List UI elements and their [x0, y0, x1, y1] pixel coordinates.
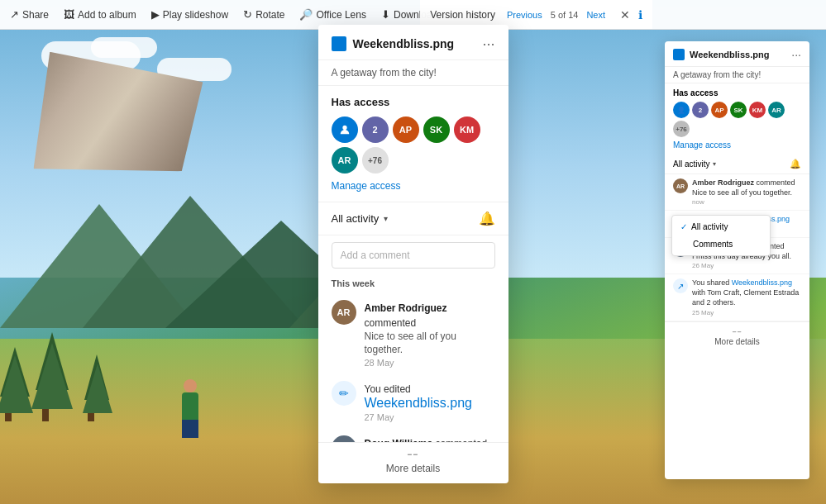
rp-activity-time-3: 26 May — [692, 262, 801, 269]
mp-more-details[interactable]: More details — [386, 463, 440, 474]
rp-activity-time-4: 25 May — [692, 309, 801, 316]
info-icon[interactable]: ℹ — [638, 8, 642, 21]
rp-activity-item-1: AR Amber Rodriguez commented Nice to see… — [665, 174, 809, 211]
mp-footer: ━━ More details — [318, 442, 508, 483]
mp-manage-access[interactable]: Manage access — [332, 180, 495, 192]
checkmark-icon: ✓ — [680, 222, 687, 231]
rp-share-icon: ↗ — [673, 278, 688, 293]
right-panel: Weekendbliss.png ··· A getaway from the … — [665, 41, 809, 479]
office-lens-button[interactable]: 🔎 Office Lens — [299, 8, 365, 21]
chevron-down-icon: ▾ — [713, 160, 716, 168]
rp-file-name: Weekendbliss.png — [690, 50, 786, 59]
rp-header: Weekendbliss.png ··· — [665, 41, 809, 67]
mp-activity-date-2: 27 May — [365, 412, 495, 422]
person-legs — [182, 420, 198, 438]
play-icon: ▶ — [151, 8, 160, 21]
mp-avatar-doug: DW — [332, 435, 356, 442]
mp-file-name: Weekendbliss.png — [353, 37, 476, 50]
previous-version-button[interactable]: Previous — [504, 8, 546, 21]
mp-comment-input[interactable]: Add a comment — [332, 242, 495, 269]
rp-activity-item-4: ↗ You shared Weekendbliss.png with Tom C… — [665, 274, 809, 321]
mp-avatar-amber: AR — [332, 300, 356, 325]
rp-with-text-4: with Tom Craft, Clement Estrada and 2 ot… — [692, 288, 799, 307]
mp-subtitle: A getaway from the city! — [318, 60, 508, 86]
cloud — [91, 37, 157, 58]
play-slideshow-button[interactable]: ▶ Play slideshow — [151, 8, 228, 21]
mp-activity-bar: All activity ▾ 🔔 — [318, 202, 508, 235]
share-button[interactable]: ↗ Share — [10, 8, 49, 21]
rp-author-1: Amber Rodriguez — [692, 178, 754, 187]
mp-link-2[interactable]: Weekendbliss.png — [365, 396, 472, 410]
mp-activity-content-1: Amber Rodriguez commented Nice to see al… — [365, 300, 495, 368]
mp-has-access-section: Has access 2 AP SK KM AR +76 Manage acce… — [318, 86, 508, 202]
version-nav: Previous 5 of 14 Next — [504, 8, 609, 21]
close-button[interactable]: ✕ — [620, 8, 630, 21]
mp-header: Weekendbliss.png ··· — [318, 25, 508, 60]
mp-activity-body-1: Nice to see all of you together. — [365, 330, 495, 356]
avatar-extra-count: +76 — [362, 147, 389, 174]
avatar-2: 2 — [692, 102, 709, 118]
mp-activity-content-3: Doug Williams commented I miss this day … — [365, 435, 495, 442]
rp-activity-text-1: Amber Rodriguez commented — [692, 178, 801, 188]
avatar-sk: SK — [423, 116, 450, 143]
rp-activity-dropdown: ✓ All activity Comments — [671, 215, 771, 256]
mp-activity-content-2: You edited Weekendbliss.png 27 May — [365, 381, 495, 422]
rp-avatar-amber: AR — [673, 178, 688, 193]
notification-bell-icon[interactable]: 🔔 — [790, 159, 801, 169]
more-details-dots: ━━ — [671, 329, 803, 335]
svg-point-4 — [342, 126, 346, 130]
rp-verb-1: commented — [757, 178, 795, 187]
mp-activity-item-3: DW Doug Williams commented I miss this d… — [318, 429, 508, 442]
avatar-ap: AP — [711, 102, 728, 118]
dd-all-activity[interactable]: ✓ All activity — [672, 218, 770, 235]
mp-has-access-label: Has access — [332, 96, 495, 108]
pencil-icon: ✏ — [339, 387, 349, 400]
avatar-ar: AR — [768, 102, 785, 118]
person-head — [184, 379, 197, 392]
share-icon: ↗ — [10, 8, 19, 21]
rp-verb-4: You shared — [692, 278, 732, 287]
rp-activity-time-1: now — [692, 198, 801, 206]
rp-has-access-label: Has access — [673, 88, 801, 97]
rp-activity-row: All activity ▾ 🔔 — [665, 155, 809, 174]
rp-link-4[interactable]: Weekendbliss.png — [732, 278, 792, 287]
add-to-album-button[interactable]: 🖼 Add to album — [64, 8, 136, 21]
mp-activity-header-3: Doug Williams commented — [365, 435, 495, 442]
rp-activity-text-4: You shared Weekendbliss.png with Tom Cra… — [692, 278, 801, 307]
avatar-km: KM — [454, 116, 480, 143]
rp-more-button[interactable]: ··· — [791, 48, 801, 61]
person-body — [182, 392, 198, 421]
mp-activity-date-1: 28 May — [365, 358, 495, 368]
rp-subtitle: A getaway from the city! — [665, 67, 809, 83]
dd-comments[interactable]: Comments — [672, 235, 770, 253]
avatar-km: KM — [749, 102, 766, 118]
version-count: 5 of 14 — [551, 10, 579, 20]
notification-bell-icon[interactable]: 🔔 — [479, 211, 495, 226]
version-history-label: Version history — [430, 9, 495, 21]
chevron-down-icon[interactable]: ▾ — [384, 214, 388, 223]
rp-avatars: 👤 2 AP SK KM AR +76 — [673, 102, 801, 137]
rp-file-icon — [673, 49, 685, 60]
rp-has-access-section: Has access 👤 2 AP SK KM AR +76 Manage ac… — [665, 83, 809, 155]
avatar-person-icon — [332, 116, 358, 143]
mp-avatars: 2 AP SK KM AR +76 — [332, 116, 495, 174]
mp-more-button[interactable]: ··· — [482, 36, 494, 51]
mp-activity-item-2: ✏ You edited Weekendbliss.png 27 May — [318, 374, 508, 429]
next-version-button[interactable]: Next — [583, 8, 609, 21]
mp-verb-1: commented — [365, 317, 417, 329]
mp-activity-list: AR Amber Rodriguez commented Nice to see… — [318, 293, 508, 442]
person-figure — [165, 372, 215, 438]
rotate-button[interactable]: ↻ Rotate — [243, 8, 284, 21]
avatar-sk: SK — [730, 102, 747, 118]
mp-activity-item-1: AR Amber Rodriguez commented Nice to see… — [318, 293, 508, 374]
rp-more-details[interactable]: ━━ More details — [665, 321, 809, 353]
avatar-person-icon: 👤 — [673, 102, 690, 118]
mp-verb-2: You edited — [365, 383, 411, 395]
rp-manage-access[interactable]: Manage access — [673, 140, 801, 150]
lens-icon: 🔎 — [299, 8, 313, 21]
mp-file-icon — [332, 36, 346, 51]
mp-activity-label: All activity — [332, 212, 380, 225]
rp-activity-body-1: Nice to see all of you together. — [692, 188, 801, 198]
rp-activity-label: All activity — [673, 159, 709, 169]
avatar-ap: AP — [393, 116, 419, 143]
